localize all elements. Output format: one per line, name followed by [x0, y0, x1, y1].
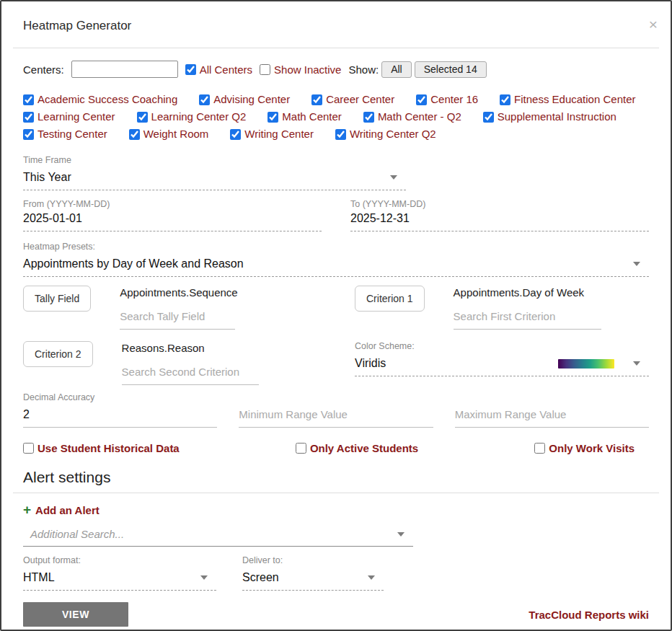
- criterion-1-cell: Criterion 1 Appointments.Day of Week: [355, 286, 649, 330]
- center-label: Weight Room: [143, 126, 209, 142]
- center-checkbox[interactable]: [23, 129, 34, 140]
- tally-search-input[interactable]: [120, 307, 235, 330]
- center-checkbox[interactable]: [129, 129, 140, 140]
- center-checkbox[interactable]: [500, 94, 510, 105]
- criterion-1-value: Appointments.Day of Week: [454, 286, 649, 300]
- wiki-link[interactable]: TracCloud Reports wiki: [529, 609, 649, 621]
- color-scheme-select[interactable]: Viridis: [355, 354, 649, 376]
- chevron-down-icon: [368, 575, 375, 580]
- center-checkbox[interactable]: [483, 112, 494, 123]
- only-active-students-checkbox[interactable]: [296, 443, 306, 454]
- center-checkbox-item[interactable]: Weight Room: [129, 126, 209, 142]
- center-label: Career Center: [326, 92, 394, 107]
- center-label: Fitness Education Center: [514, 92, 635, 107]
- tally-field-value: Appointments.Sequence: [120, 286, 317, 300]
- alert-settings-divider: [13, 493, 659, 493]
- center-checkbox[interactable]: [363, 112, 374, 123]
- center-checkbox-item[interactable]: Testing Center: [23, 126, 107, 142]
- show-label: Show:: [348, 63, 379, 76]
- center-label: Center 16: [430, 92, 478, 107]
- to-date-label: To (YYYY-MM-DD): [350, 199, 649, 209]
- center-checkbox-item[interactable]: Learning Center Q2: [137, 109, 247, 125]
- center-label: Supplemental Instruction: [498, 109, 616, 125]
- show-inactive-checkbox-item[interactable]: Show Inactive: [260, 63, 341, 76]
- center-checkbox-item[interactable]: Career Center: [311, 92, 394, 107]
- heatmap-presets-select[interactable]: Appointments by Day of Week and Reason: [23, 255, 649, 277]
- criterion-1-button[interactable]: Criterion 1: [355, 286, 425, 312]
- close-icon[interactable]: ×: [649, 17, 658, 32]
- decimal-accuracy-input[interactable]: [23, 405, 217, 428]
- deliver-to-select[interactable]: Screen: [242, 568, 384, 591]
- center-checkbox-item[interactable]: Math Center - Q2: [363, 109, 461, 125]
- center-label: Writing Center: [244, 126, 314, 142]
- decimal-accuracy-label: Decimal Accuracy: [23, 392, 217, 402]
- from-date-label: From (YYYY-MM-DD): [23, 199, 322, 209]
- criteria-grid: Tally Field Appointments.Sequence Criter…: [23, 286, 649, 385]
- centers-list: Academic Success Coaching Advising Cente…: [23, 92, 649, 146]
- centers-bar: Centers: All Centers Show Inactive Show:…: [23, 60, 649, 79]
- min-range-input[interactable]: [239, 405, 433, 428]
- center-label: Learning Center Q2: [151, 109, 247, 125]
- max-range-input[interactable]: [455, 405, 649, 428]
- all-centers-checkbox-item[interactable]: All Centers: [185, 63, 252, 76]
- from-date-input[interactable]: [23, 209, 322, 231]
- criterion-1-search-input[interactable]: [454, 307, 601, 330]
- center-checkbox-item[interactable]: Learning Center: [23, 109, 115, 125]
- centers-label: Centers:: [23, 63, 64, 76]
- only-active-students-checkbox-item[interactable]: Only Active Students: [296, 441, 418, 455]
- center-checkbox[interactable]: [268, 112, 278, 123]
- center-checkbox-item[interactable]: Supplemental Instruction: [483, 109, 616, 125]
- center-checkbox-item[interactable]: Writing Center: [230, 126, 314, 142]
- heatmap-presets-value: Appointments by Day of Week and Reason: [23, 257, 244, 270]
- criterion-2-button[interactable]: Criterion 2: [23, 341, 93, 367]
- center-checkbox[interactable]: [23, 112, 34, 123]
- criterion-2-search-input[interactable]: [122, 363, 259, 385]
- tally-field-button[interactable]: Tally Field: [23, 286, 91, 312]
- only-work-visits-checkbox-item[interactable]: Only Work Visits: [534, 441, 635, 455]
- center-checkbox-item[interactable]: Math Center: [268, 109, 342, 125]
- center-checkbox[interactable]: [137, 112, 148, 123]
- center-checkbox[interactable]: [230, 129, 241, 140]
- center-checkbox-item[interactable]: Writing Center Q2: [335, 126, 436, 142]
- use-historical-data-checkbox[interactable]: [23, 443, 34, 454]
- use-historical-data-label: Use Student Historical Data: [37, 442, 180, 454]
- center-checkbox[interactable]: [335, 129, 346, 140]
- center-checkbox-item[interactable]: Advising Center: [199, 92, 290, 107]
- show-inactive-checkbox[interactable]: [260, 64, 270, 75]
- additional-search-select[interactable]: Additional Search...: [23, 525, 413, 547]
- to-date-input[interactable]: [350, 209, 649, 231]
- chevron-down-icon: [390, 175, 397, 180]
- dialog-header: Heatmap Generator ×: [23, 1, 649, 35]
- center-checkbox-item[interactable]: Fitness Education Center: [500, 92, 635, 107]
- center-checkbox[interactable]: [416, 94, 427, 105]
- center-checkbox-item[interactable]: Academic Success Coaching: [23, 92, 177, 107]
- plus-icon: +: [23, 503, 31, 516]
- show-selected-button[interactable]: Selected 14: [415, 61, 487, 78]
- use-historical-data-checkbox-item[interactable]: Use Student Historical Data: [23, 441, 180, 455]
- center-checkbox[interactable]: [23, 94, 34, 105]
- color-scheme-label: Color Scheme:: [355, 341, 649, 351]
- center-checkbox[interactable]: [199, 94, 210, 105]
- centers-search-input[interactable]: [71, 61, 178, 78]
- output-format-select[interactable]: HTML: [23, 568, 216, 591]
- options-row: Use Student Historical Data Only Active …: [23, 441, 649, 455]
- alert-settings-heading: Alert settings: [23, 468, 649, 487]
- color-scheme-cell: Color Scheme: Viridis: [355, 341, 649, 385]
- time-frame-value: This Year: [23, 171, 71, 184]
- only-active-students-label: Only Active Students: [310, 442, 418, 454]
- tally-field-cell: Tally Field Appointments.Sequence: [23, 286, 317, 330]
- viridis-gradient-swatch: [558, 359, 614, 369]
- all-centers-label: All Centers: [200, 63, 252, 76]
- center-label: Math Center - Q2: [378, 109, 461, 125]
- only-work-visits-checkbox[interactable]: [534, 443, 545, 454]
- view-button[interactable]: VIEW: [23, 602, 128, 627]
- output-format-label: Output format:: [23, 555, 216, 565]
- center-checkbox[interactable]: [311, 94, 322, 105]
- chevron-down-icon: [633, 361, 640, 366]
- center-checkbox-item[interactable]: Center 16: [416, 92, 478, 107]
- all-centers-checkbox[interactable]: [185, 64, 196, 75]
- show-all-button[interactable]: All: [381, 61, 412, 78]
- chevron-down-icon: [397, 532, 404, 537]
- time-frame-select[interactable]: This Year: [23, 168, 406, 190]
- add-alert-link[interactable]: + Add an Alert: [23, 503, 100, 516]
